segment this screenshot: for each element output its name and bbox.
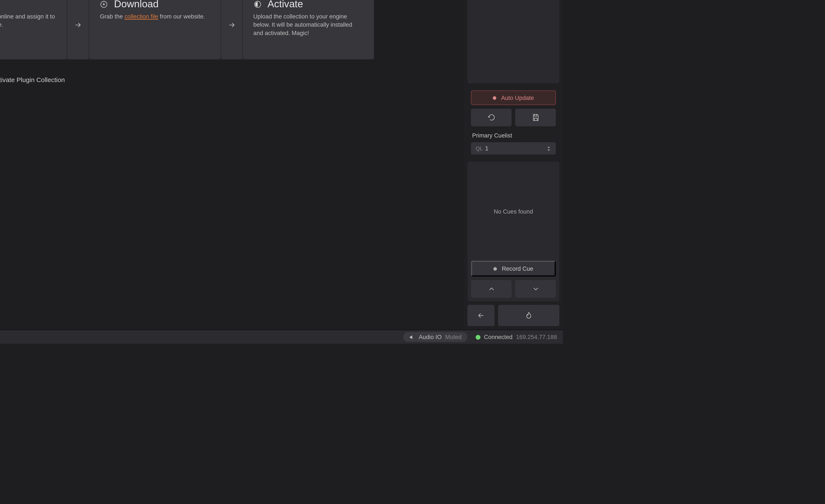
collection-file-link[interactable]: collection file bbox=[125, 13, 158, 19]
status-dot-icon bbox=[476, 335, 480, 340]
cue-preview-block bbox=[467, 0, 559, 83]
onboarding-steps: Sign up Purchase a licence online and as… bbox=[0, 0, 374, 60]
undo-button[interactable] bbox=[471, 109, 512, 126]
record-dot-icon bbox=[494, 267, 497, 270]
download-icon bbox=[100, 0, 108, 8]
primary-cuelist-label: Primary Cuelist bbox=[471, 132, 556, 139]
primary-cuelist-select[interactable]: QL1 bbox=[471, 142, 556, 155]
chevron-down-icon bbox=[531, 285, 539, 293]
upload-collection-label: Upload & Activate Plugin Collection bbox=[0, 76, 65, 83]
main-content: Plugin Collections transform.suite the u… bbox=[0, 0, 464, 330]
cuelist-controls: Auto Update Primary Cuelist QL1 bbox=[467, 87, 559, 158]
record-cue-button[interactable]: Record Cue bbox=[471, 261, 556, 277]
arrow-right-icon bbox=[74, 21, 82, 29]
chevron-up-icon bbox=[487, 285, 496, 293]
record-dot-icon bbox=[493, 96, 496, 99]
go-controls bbox=[467, 305, 559, 326]
connection-ip: 169.254.77.188 bbox=[516, 334, 557, 340]
step-signup: Sign up Purchase a licence online and as… bbox=[0, 0, 67, 60]
audio-io-pill[interactable]: Audio IO Muted bbox=[403, 332, 467, 342]
cues-list: No Cues found Record Cue bbox=[467, 162, 559, 301]
step-activate-title: Activate bbox=[268, 0, 303, 10]
step-download: Download Grab the collection file from o… bbox=[89, 0, 221, 60]
speaker-icon bbox=[409, 334, 415, 340]
go-back-button[interactable] bbox=[467, 305, 495, 326]
auto-update-button[interactable]: Auto Update bbox=[471, 90, 556, 105]
step-activate-desc: Upload the collection to your engine bel… bbox=[253, 13, 363, 38]
step-activate: Activate Upload the collection to your e… bbox=[242, 0, 374, 60]
flame-icon bbox=[525, 311, 533, 319]
magic-icon bbox=[253, 0, 261, 8]
arrow-right-icon bbox=[227, 21, 235, 29]
arrow-left-icon bbox=[477, 311, 485, 319]
save-button[interactable] bbox=[515, 109, 556, 126]
step-signup-desc: Purchase a licence online and assign it … bbox=[0, 13, 56, 29]
statusbar: Delete! Audio IO Muted Connected 169.254… bbox=[0, 330, 563, 344]
upload-collection-button[interactable]: Upload & Activate Plugin Collection bbox=[0, 75, 446, 84]
body: Showfiles Plugin Collections MIDI IO Sys… bbox=[0, 0, 563, 330]
save-icon bbox=[531, 114, 539, 122]
step-download-title: Download bbox=[114, 0, 159, 10]
suite-hero-container: transform.suite the ultimate live sound … bbox=[0, 0, 446, 60]
right-panel: Auto Update Primary Cuelist QL1 bbox=[464, 0, 563, 330]
step-arrow-2 bbox=[221, 0, 242, 60]
chevron-updown-icon bbox=[546, 145, 551, 151]
step-arrow-1 bbox=[67, 0, 89, 60]
cue-prev-button[interactable] bbox=[471, 280, 512, 298]
connection-status: Connected 169.254.77.188 bbox=[476, 334, 557, 340]
no-cues-message: No Cues found bbox=[471, 165, 556, 257]
step-download-desc: Grab the collection file from our websit… bbox=[100, 13, 210, 21]
go-button[interactable] bbox=[498, 305, 559, 326]
cue-next-button[interactable] bbox=[515, 280, 556, 298]
undo-icon bbox=[487, 114, 496, 122]
